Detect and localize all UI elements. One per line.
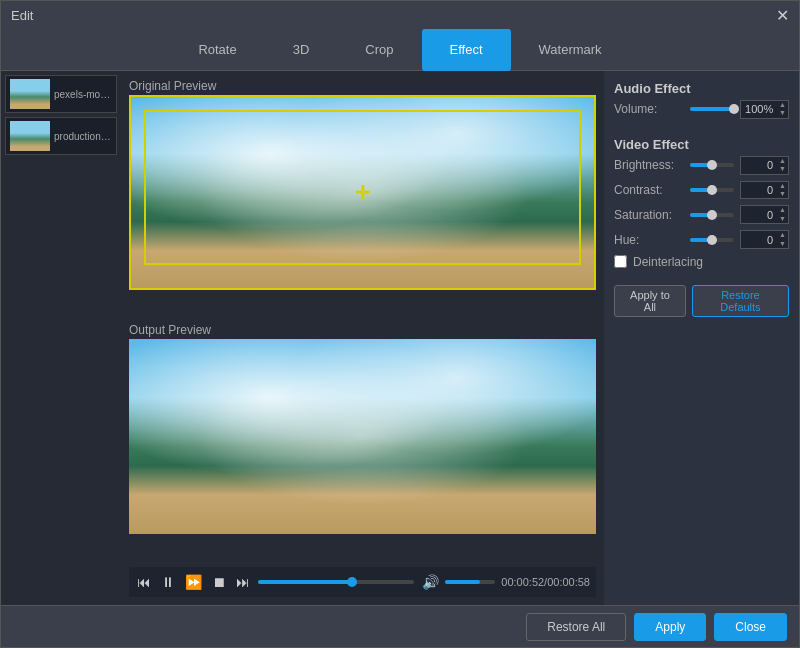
contrast-spinners: ▲ ▼	[777, 182, 788, 199]
progress-thumb	[347, 577, 357, 587]
deinterlacing-label: Deinterlacing	[633, 255, 703, 269]
hue-input[interactable]	[741, 232, 777, 248]
brightness-control-row: Brightness: ▲ ▼	[614, 156, 789, 175]
hue-down-arrow[interactable]: ▼	[779, 240, 786, 248]
video-effect-section: Video Effect Brightness: ▲ ▼	[614, 137, 789, 269]
tab-rotate[interactable]: Rotate	[170, 29, 264, 71]
brightness-up-arrow[interactable]: ▲	[779, 157, 786, 165]
hue-slider-thumb	[707, 235, 717, 245]
original-preview-label: Original Preview	[129, 79, 596, 93]
brightness-slider[interactable]	[690, 163, 734, 167]
volume-fill	[445, 580, 480, 584]
play-button[interactable]: ⏩	[183, 574, 204, 590]
hue-label: Hue:	[614, 233, 684, 247]
brightness-down-arrow[interactable]: ▼	[779, 165, 786, 173]
contrast-label: Contrast:	[614, 183, 684, 197]
brightness-input[interactable]	[741, 157, 777, 173]
original-preview-box: ✛	[129, 95, 596, 290]
deinterlacing-row: Deinterlacing	[614, 255, 789, 269]
apply-defaults-row: Apply to All Restore Defaults	[614, 285, 789, 317]
skip-back-button[interactable]: ⏮	[135, 574, 153, 590]
volume-input-group: ▲ ▼	[740, 100, 789, 119]
saturation-input[interactable]	[741, 207, 777, 223]
volume-control-row: Volume: ▲ ▼	[614, 100, 789, 119]
contrast-control-row: Contrast: ▲ ▼	[614, 181, 789, 200]
contrast-slider[interactable]	[690, 188, 734, 192]
main-panel: Original Preview ✛ Output Preview	[121, 71, 604, 605]
edit-window: Edit ✕ Rotate 3D Crop Effect Watermark p…	[0, 0, 800, 648]
restore-all-button[interactable]: Restore All	[526, 613, 626, 641]
crosshair-icon: ✛	[355, 182, 370, 204]
contrast-down-arrow[interactable]: ▼	[779, 190, 786, 198]
hue-slider[interactable]	[690, 238, 734, 242]
content-area: pexels-movie... production_id... Origina…	[1, 71, 799, 605]
apply-button[interactable]: Apply	[634, 613, 706, 641]
restore-defaults-button[interactable]: Restore Defaults	[692, 285, 789, 317]
close-window-button[interactable]: ✕	[776, 6, 789, 25]
saturation-input-group: ▲ ▼	[740, 205, 789, 224]
thumbnail-label-2: production_id...	[54, 131, 112, 142]
contrast-slider-thumb	[707, 185, 717, 195]
output-preview-box	[129, 339, 596, 534]
thumbnail-image-1	[10, 79, 50, 109]
hue-input-group: ▲ ▼	[740, 230, 789, 249]
saturation-control-row: Saturation: ▲ ▼	[614, 205, 789, 224]
bottom-bar: Restore All Apply Close	[1, 605, 799, 647]
tab-crop[interactable]: Crop	[337, 29, 421, 71]
pause-button[interactable]: ⏸	[159, 574, 177, 590]
skip-forward-button[interactable]: ⏭	[234, 574, 252, 590]
saturation-up-arrow[interactable]: ▲	[779, 206, 786, 214]
brightness-slider-thumb	[707, 160, 717, 170]
volume-label: Volume:	[614, 102, 684, 116]
thumbnail-label-1: pexels-movie...	[54, 89, 112, 100]
volume-down-arrow[interactable]: ▼	[779, 109, 786, 117]
brightness-input-group: ▲ ▼	[740, 156, 789, 175]
left-panel: pexels-movie... production_id...	[1, 71, 121, 605]
volume-slider-fill	[690, 107, 734, 111]
saturation-spinners: ▲ ▼	[777, 206, 788, 223]
close-button[interactable]: Close	[714, 613, 787, 641]
contrast-up-arrow[interactable]: ▲	[779, 182, 786, 190]
playback-bar: ⏮ ⏸ ⏩ ⏹ ⏭ 🔊 00:00:52/00:00:58	[129, 567, 596, 597]
volume-up-arrow[interactable]: ▲	[779, 101, 786, 109]
saturation-slider-thumb	[707, 210, 717, 220]
saturation-slider[interactable]	[690, 213, 734, 217]
right-panel: Audio Effect Volume: ▲ ▼	[604, 71, 799, 605]
saturation-down-arrow[interactable]: ▼	[779, 215, 786, 223]
thumbnail-image-2	[10, 121, 50, 151]
output-preview-label: Output Preview	[129, 323, 596, 337]
tab-effect[interactable]: Effect	[422, 29, 511, 71]
original-preview-image: ✛	[129, 95, 596, 290]
tabs-bar: Rotate 3D Crop Effect Watermark	[1, 29, 799, 71]
volume-input[interactable]	[741, 101, 777, 117]
deinterlacing-checkbox[interactable]	[614, 255, 627, 268]
progress-bar-fill	[258, 580, 352, 584]
volume-area: 🔊	[420, 574, 495, 590]
output-preview-section: Output Preview	[129, 323, 596, 561]
volume-slider[interactable]	[690, 107, 734, 111]
audio-section-title: Audio Effect	[614, 81, 789, 96]
volume-spinners: ▲ ▼	[777, 101, 788, 118]
progress-bar[interactable]	[258, 580, 414, 584]
original-preview-section: Original Preview ✛	[129, 79, 596, 317]
volume-icon[interactable]: 🔊	[420, 574, 441, 590]
hue-up-arrow[interactable]: ▲	[779, 231, 786, 239]
stop-button[interactable]: ⏹	[210, 574, 228, 590]
list-item[interactable]: pexels-movie...	[5, 75, 117, 113]
brightness-spinners: ▲ ▼	[777, 157, 788, 174]
time-display: 00:00:52/00:00:58	[501, 576, 590, 588]
preview-section: Original Preview ✛ Output Preview	[129, 79, 596, 561]
tab-3d[interactable]: 3D	[265, 29, 338, 71]
list-item[interactable]: production_id...	[5, 117, 117, 155]
contrast-input[interactable]	[741, 182, 777, 198]
contrast-input-group: ▲ ▼	[740, 181, 789, 200]
title-bar: Edit ✕	[1, 1, 799, 29]
volume-slider-thumb	[729, 104, 739, 114]
video-section-title: Video Effect	[614, 137, 789, 152]
volume-bar[interactable]	[445, 580, 495, 584]
hue-spinners: ▲ ▼	[777, 231, 788, 248]
tab-watermark[interactable]: Watermark	[511, 29, 630, 71]
audio-effect-section: Audio Effect Volume: ▲ ▼	[614, 81, 789, 125]
brightness-label: Brightness:	[614, 158, 684, 172]
apply-to-all-button[interactable]: Apply to All	[614, 285, 686, 317]
